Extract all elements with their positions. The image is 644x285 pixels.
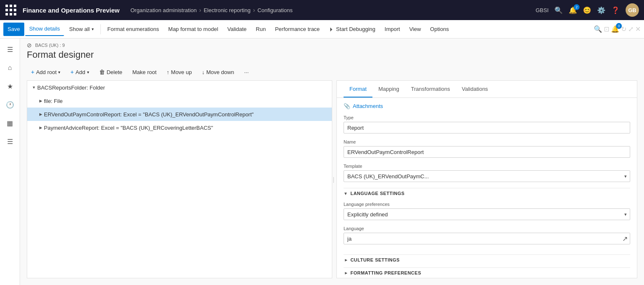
toolbar-separator-1 <box>100 24 101 34</box>
move-down-icon: ↓ <box>202 69 205 75</box>
language-cursor-icon: ↗ <box>622 235 628 243</box>
tree-item[interactable]: PaymentAdviceReport: Excel = "BACS (UK)_… <box>27 121 332 134</box>
toolbar-expand-icon[interactable]: ⊡ <box>604 25 609 33</box>
add-root-icon: + <box>31 69 34 75</box>
save-button[interactable]: Save <box>3 23 24 36</box>
add-chevron: ▾ <box>87 70 89 74</box>
resize-handle[interactable] <box>332 80 335 278</box>
show-all-button[interactable]: Show all ▾ <box>65 23 97 36</box>
validate-button[interactable]: Validate <box>223 23 251 36</box>
top-nav: Finance and Operations Preview Organizat… <box>0 0 644 20</box>
toolbar-close-icon[interactable]: ✕ <box>635 25 641 33</box>
tree-arrow-excel1[interactable] <box>37 111 44 118</box>
tree-item[interactable]: BACSReportsFolder: Folder <box>27 81 332 94</box>
tree-arrow-excel2[interactable] <box>37 124 44 131</box>
template-select[interactable]: BACS (UK)_ERVendOutPaymC... <box>344 170 630 182</box>
filter-icon[interactable]: ⊘ <box>27 42 32 49</box>
move-down-button[interactable]: ↓ Move down <box>198 66 238 78</box>
start-debugging-button[interactable]: ⏵ Start Debugging <box>325 23 380 36</box>
formatting-preferences-label: FORMATTING PREFERENCES <box>350 270 421 275</box>
formatting-preferences-section[interactable]: ▼ FORMATTING PREFERENCES <box>344 267 630 278</box>
tree-arrow-folder[interactable] <box>31 84 37 91</box>
help-icon[interactable]: ❓ <box>611 6 620 14</box>
show-details-button[interactable]: Show details <box>25 23 64 36</box>
sidebar-workspace-icon[interactable]: ▦ <box>3 116 18 131</box>
split-panel: BACSReportsFolder: Folder file: File ERV… <box>20 80 644 285</box>
move-down-label: Move down <box>206 69 234 75</box>
page-title: Format designer <box>20 49 644 64</box>
properties-panel: Format Mapping Transformations Validatio… <box>336 80 637 278</box>
sidebar-recent-icon[interactable]: 🕐 <box>3 97 18 112</box>
add-button[interactable]: + Add ▾ <box>66 66 93 78</box>
make-root-button[interactable]: Make root <box>128 66 161 78</box>
feedback-icon[interactable]: 😊 <box>583 6 591 14</box>
tree-item[interactable]: file: File <box>27 94 332 108</box>
user-geo: GBSI <box>536 7 549 13</box>
format-enumerations-button[interactable]: Format enumerations <box>103 23 164 36</box>
toolbar-notifications-icon[interactable]: 🔔0 <box>611 25 619 33</box>
notification-badge: 2 <box>574 4 580 10</box>
toolbar-refresh-icon[interactable]: ↻ <box>621 25 626 33</box>
breadcrumb-configs[interactable]: Configurations <box>257 7 292 13</box>
performance-trace-button[interactable]: Performance trace <box>271 23 324 36</box>
top-nav-right: GBSI 🔍 🔔2 😊 ⚙️ ❓ GB <box>536 3 639 17</box>
attachments-link[interactable]: 📎 Attachments <box>344 103 630 109</box>
lang-pref-label: Language preferences <box>344 202 630 207</box>
attachments-label: Attachments <box>353 103 383 109</box>
language-input-wrap: ↗ <box>344 233 630 244</box>
settings-icon[interactable]: ⚙️ <box>597 6 606 14</box>
debug-icon: ⏵ <box>329 26 334 32</box>
add-root-button[interactable]: + Add root ▾ <box>27 66 64 78</box>
show-all-label: Show all <box>69 26 90 32</box>
left-sidebar: ☰ ⌂ ★ 🕐 ▦ ☰ <box>0 39 20 285</box>
culture-settings-section[interactable]: ▼ CULTURE SETTINGS <box>344 254 630 265</box>
delete-button[interactable]: 🗑 Delete <box>95 66 127 78</box>
template-label: Template <box>344 164 630 169</box>
import-button[interactable]: Import <box>380 23 404 36</box>
add-icon: + <box>70 69 74 75</box>
sidebar-home-icon[interactable]: ⌂ <box>3 60 18 75</box>
tab-mapping[interactable]: Mapping <box>372 81 405 98</box>
toolbar-search-icon[interactable]: 🔍 <box>594 25 602 33</box>
type-label: Type <box>344 115 630 120</box>
formatting-pref-expand-icon: ▼ <box>344 271 348 275</box>
tab-transformations[interactable]: Transformations <box>405 81 456 98</box>
sidebar-list-icon[interactable]: ☰ <box>3 134 18 149</box>
add-root-chevron: ▾ <box>58 70 60 74</box>
breadcrumb-org[interactable]: Organization administration <box>131 7 197 13</box>
more-button[interactable]: ··· <box>240 66 253 78</box>
toolbar-popout-icon[interactable]: ⤢ <box>628 25 634 33</box>
user-avatar[interactable]: GB <box>626 3 639 17</box>
tree-label-folder: BACSReportsFolder: Folder <box>37 85 105 91</box>
run-button[interactable]: Run <box>251 23 270 36</box>
tree-item-selected[interactable]: ERVendOutPaymControlReport: Excel = "BAC… <box>27 108 332 121</box>
sidebar-menu-icon[interactable]: ☰ <box>3 42 18 57</box>
tree-label-excel2: PaymentAdviceReport: Excel = "BACS (UK)_… <box>44 125 213 131</box>
toolbar-right-actions: 🔍 ⊡ 🔔0 ↻ ⤢ ✕ <box>594 25 641 33</box>
main-layout: ☰ ⌂ ★ 🕐 ▦ ☰ ⊘ BACS (UK) : 9 Format desig… <box>0 39 644 285</box>
view-button[interactable]: View <box>405 23 425 36</box>
language-settings-label: LANGUAGE SETTINGS <box>350 191 405 196</box>
tree-panel: BACSReportsFolder: Folder file: File ERV… <box>27 80 332 278</box>
notifications-icon[interactable]: 🔔2 <box>569 6 577 14</box>
sidebar-star-icon[interactable]: ★ <box>3 79 18 94</box>
options-button[interactable]: Options <box>426 23 453 36</box>
app-launcher-button[interactable] <box>5 4 17 16</box>
tab-format[interactable]: Format <box>344 81 372 98</box>
app-title: Finance and Operations Preview <box>23 7 120 14</box>
add-label: Add <box>76 69 85 75</box>
tab-validations[interactable]: Validations <box>456 81 494 98</box>
template-field-group: Template BACS (UK)_ERVendOutPaymC... ▾ <box>344 164 630 182</box>
delete-icon: 🗑 <box>99 69 105 75</box>
tree-arrow-file[interactable] <box>37 98 44 104</box>
name-field-group: Name <box>344 139 630 158</box>
breadcrumb-er[interactable]: Electronic reporting <box>204 7 251 13</box>
designer-toolbar: + Add root ▾ + Add ▾ 🗑 Delete Make root … <box>20 64 644 80</box>
language-input[interactable] <box>344 233 630 244</box>
map-format-button[interactable]: Map format to model <box>164 23 222 36</box>
move-up-button[interactable]: ↑ Move up <box>162 66 196 78</box>
language-settings-section[interactable]: ▼ LANGUAGE SETTINGS <box>344 188 630 198</box>
name-input[interactable] <box>344 146 630 158</box>
search-icon[interactable]: 🔍 <box>554 6 563 14</box>
lang-pref-select[interactable]: Explicitly defined User preference Compa… <box>344 208 630 220</box>
